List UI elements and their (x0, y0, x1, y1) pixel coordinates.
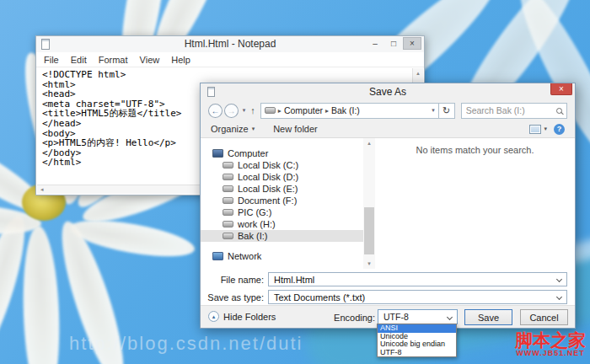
breadcrumb-item-bak-i[interactable]: Bak (I:) (331, 105, 360, 115)
tree-item-pic-g[interactable]: PIC (G:) (201, 206, 363, 218)
tree-item-local-disk-d[interactable]: Local Disk (D:) (201, 171, 363, 183)
refresh-button[interactable]: ↻ (439, 103, 455, 119)
drive-icon (223, 221, 233, 228)
command-toolbar: Organize ▾ New folder ▾ ? (201, 120, 575, 138)
breadcrumb: ▸Computer▸Bak (I:) (278, 105, 360, 115)
encoding-dropdown-list: ANSIUnicodeUnicode big endianUTF-8 (377, 324, 457, 357)
menu-edit[interactable]: Edit (65, 55, 93, 65)
breadcrumb-item-computer[interactable]: Computer (284, 105, 323, 115)
scroll-down-icon[interactable]: ▾ (363, 260, 375, 267)
drive-icon (223, 209, 233, 216)
watermark-url: http://blog.csdn.net/duti (69, 333, 303, 355)
save-as-title: Save As (201, 86, 575, 98)
save-as-close-button[interactable]: × (550, 83, 572, 95)
recent-locations-caret-icon[interactable]: ▾ (243, 107, 246, 114)
notepad-minimize-button[interactable]: – (366, 37, 384, 50)
address-bar[interactable]: ▸Computer▸Bak (I:) ▾ (260, 103, 439, 119)
menu-view[interactable]: View (134, 55, 166, 65)
file-name-label: File name: (201, 275, 268, 285)
site-logo-title: 脚本之家 (512, 331, 589, 349)
tree-item-document-f[interactable]: Document (F:) (201, 195, 363, 206)
view-caret-icon: ▾ (544, 126, 547, 132)
tree-item-label: Computer (228, 148, 268, 158)
drive-icon (223, 233, 233, 239)
tree-scrollbar[interactable]: ▴ ▾ (363, 138, 375, 269)
drive-icon (223, 162, 233, 169)
tree-item-local-disk-c[interactable]: Local Disk (C:) (201, 159, 363, 171)
tree-item-label: work (H:) (238, 219, 276, 229)
new-folder-button[interactable]: New folder (273, 124, 318, 134)
save-as-type-label: Save as type: (201, 292, 268, 302)
save-as-titlebar[interactable]: Save As × (201, 83, 575, 100)
scroll-up-icon[interactable]: ▴ (416, 70, 420, 76)
site-logo-url: WWW.JB51.NET (512, 349, 589, 357)
forward-button: → (224, 104, 239, 118)
organize-caret-icon: ▾ (252, 126, 255, 132)
save-button[interactable]: Save (464, 309, 512, 325)
cancel-button[interactable]: Cancel (520, 309, 568, 325)
file-list-pane[interactable]: No items match your search. (375, 138, 575, 269)
encoding-option-ansi[interactable]: ANSI (378, 324, 456, 333)
network-icon (212, 252, 223, 260)
hide-folders-arrow-icon: ▴ (208, 311, 219, 322)
daisy-petal (20, 225, 62, 364)
notepad-menubar: FileEditFormatViewHelp (36, 52, 424, 67)
file-name-value: Html.Html (274, 275, 314, 285)
organize-label: Organize (211, 124, 249, 134)
tree-item-local-disk-e[interactable]: Local Disk (E:) (201, 183, 363, 195)
notepad-titlebar[interactable]: Html.Html - Notepad – □ × (36, 36, 424, 52)
search-input[interactable] (466, 105, 550, 115)
dialog-content: Computer Local Disk (C:)Local Disk (D:)L… (201, 138, 575, 269)
tree-item-label: PIC (G:) (238, 207, 271, 217)
chevron-down-icon[interactable] (447, 313, 453, 319)
notepad-close-button[interactable]: × (403, 37, 421, 50)
up-button[interactable]: ↑ (250, 105, 255, 115)
save-as-type-value: Text Documents (*.txt) (274, 292, 365, 302)
menu-help[interactable]: Help (165, 55, 196, 65)
tree-item-label: Bak (I:) (238, 231, 267, 241)
address-caret-icon[interactable]: ▾ (432, 107, 435, 114)
encoding-combobox[interactable]: UTF-8 (378, 309, 458, 324)
tree-item-computer[interactable]: Computer (201, 147, 363, 159)
scroll-left-icon[interactable]: ◂ (40, 186, 44, 192)
encoding-option-utf-8[interactable]: UTF-8 (378, 349, 456, 357)
drive-icon (223, 197, 233, 204)
drive-icon (223, 185, 233, 192)
chevron-down-icon[interactable] (556, 276, 562, 282)
scroll-up-icon[interactable]: ▴ (363, 140, 375, 147)
organize-button[interactable]: Organize ▾ (211, 124, 255, 134)
file-name-combobox[interactable]: Html.Html (268, 272, 567, 286)
drive-icon (223, 174, 233, 180)
navigation-pane: Computer Local Disk (C:)Local Disk (D:)L… (201, 138, 363, 269)
hide-folders-label: Hide Folders (223, 312, 276, 322)
tree-item-work-h[interactable]: work (H:) (201, 218, 363, 230)
drive-icon (265, 107, 276, 114)
menu-format[interactable]: Format (93, 55, 134, 65)
file-fields: File name: Html.Html Save as type: Text … (201, 269, 575, 306)
search-box[interactable] (461, 103, 567, 119)
navigation-bar: ← → ▾ ↑ ▸Computer▸Bak (I:) ▾ ↻ (201, 100, 575, 120)
empty-search-message: No items match your search. (416, 145, 534, 155)
code-line: <!DOCTYPE html> (42, 70, 412, 80)
desktop: http://blog.csdn.net/duti 脚本之家 WWW.JB51.… (0, 0, 590, 364)
breadcrumb-separator-icon: ▸ (325, 107, 329, 115)
computer-icon (212, 149, 223, 158)
help-icon[interactable]: ? (554, 124, 565, 135)
hide-folders-button[interactable]: ▴ Hide Folders (208, 311, 276, 322)
tree-item-label: Local Disk (C:) (238, 160, 298, 170)
breadcrumb-separator-icon: ▸ (278, 107, 282, 115)
save-as-type-combobox[interactable]: Text Documents (*.txt) (268, 290, 567, 304)
change-view-button[interactable]: ▾ (529, 125, 547, 134)
encoding-option-unicode[interactable]: Unicode (378, 333, 456, 341)
chevron-down-icon[interactable] (556, 294, 562, 300)
notepad-maximize-button[interactable]: □ (384, 37, 403, 50)
tree-item-network[interactable]: Network (201, 250, 363, 262)
site-logo: 脚本之家 WWW.JB51.NET (512, 331, 589, 357)
encoding-value: UTF-8 (384, 312, 409, 322)
menu-file[interactable]: File (38, 55, 65, 65)
encoding-option-unicode-big-endian[interactable]: Unicode big endian (378, 340, 456, 349)
back-button[interactable]: ← (208, 104, 223, 118)
tree-item-bak-i[interactable]: Bak (I:) (201, 230, 363, 242)
tree-item-label: Local Disk (E:) (238, 184, 298, 194)
scrollbar-thumb[interactable] (364, 207, 374, 254)
